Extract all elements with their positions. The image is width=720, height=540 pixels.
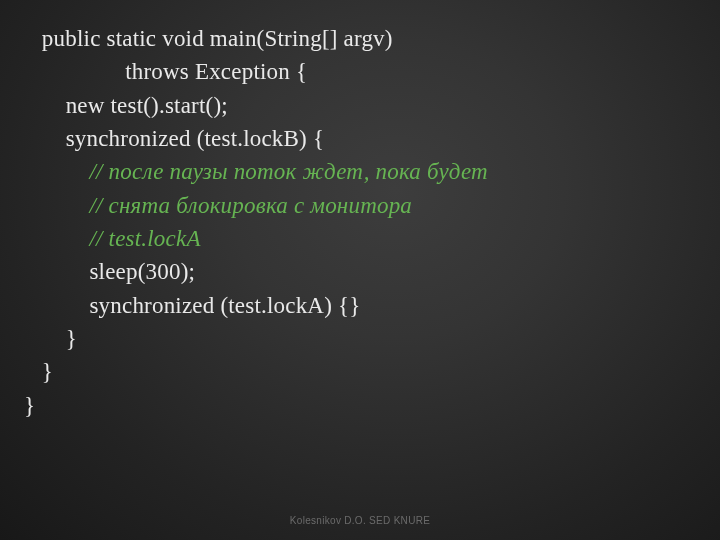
code-line: throws Exception { (24, 55, 700, 88)
footer-text: Kolesnikov D.O. SED KNURE (0, 515, 720, 526)
slide: public static void main(String[] argv) t… (0, 0, 720, 540)
code-line: } (24, 355, 700, 388)
code-comment: // test.lockA (24, 222, 700, 255)
code-comment: // после паузы поток ждет, пока будет (24, 155, 700, 188)
code-comment: // снята блокировка с монитора (24, 189, 700, 222)
code-line: synchronized (test.lockA) {} (24, 289, 700, 322)
code-line: } (24, 389, 700, 422)
code-line: public static void main(String[] argv) (24, 22, 700, 55)
code-line: sleep(300); (24, 255, 700, 288)
code-line: } (24, 322, 700, 355)
code-block: public static void main(String[] argv) t… (24, 22, 700, 422)
code-line: new test().start(); (24, 89, 700, 122)
code-line: synchronized (test.lockB) { (24, 122, 700, 155)
